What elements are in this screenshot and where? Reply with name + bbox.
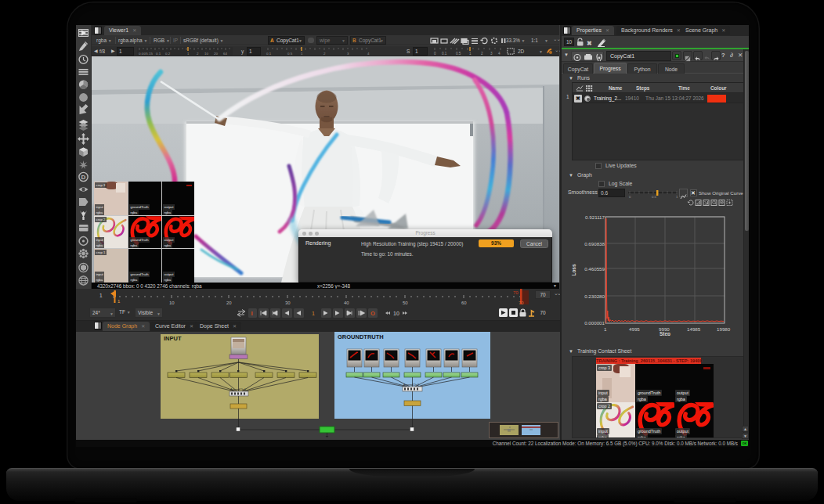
svg-text:0.230280: 0.230280: [584, 293, 605, 299]
svg-text:4: 4: [367, 52, 370, 56]
svg-text:INPUT: INPUT: [164, 335, 182, 342]
svg-text:AppendClip2: AppendClip2: [403, 383, 419, 387]
svg-text:10: 10: [169, 301, 175, 305]
svg-text:64: 64: [223, 52, 227, 56]
svg-text:0.921117: 0.921117: [585, 214, 605, 220]
svg-text:4995: 4995: [629, 326, 640, 332]
svg-text:0.2: 0.2: [165, 52, 171, 56]
svg-text:0.0 0 5.15: 0.0 0 5.15: [139, 52, 153, 56]
svg-text:10: 10: [204, 52, 208, 56]
svg-text:0.1: 0.1: [156, 52, 161, 56]
svg-text:✖: ✖: [587, 40, 592, 47]
svg-text:2: 2: [323, 52, 326, 56]
svg-text:2: 2: [481, 52, 483, 56]
svg-text:Loss: Loss: [571, 264, 576, 275]
svg-text:30: 30: [285, 301, 291, 305]
svg-text:70: 70: [513, 290, 519, 295]
svg-text:4: 4: [498, 52, 501, 56]
svg-text:0.5: 0.5: [652, 195, 657, 199]
svg-text:3: 3: [490, 52, 493, 56]
svg-text:I: I: [251, 310, 253, 317]
svg-text:60: 60: [461, 301, 467, 305]
svg-text:0.1: 0.1: [442, 52, 447, 56]
svg-text:50: 50: [403, 301, 408, 305]
svg-text:0.1: 0.1: [266, 52, 272, 56]
svg-text:70: 70: [519, 301, 524, 305]
svg-text:0: 0: [434, 52, 436, 56]
svg-text:1: 1: [312, 311, 315, 316]
svg-text:O: O: [370, 310, 375, 317]
svg-text:D: D: [81, 174, 86, 181]
svg-text:19980: 19980: [717, 326, 731, 332]
svg-text:0.5: 0.5: [456, 52, 461, 56]
svg-text:0.460559: 0.460559: [584, 266, 605, 272]
svg-text:1: 1: [469, 52, 472, 56]
svg-text:GROUNDTRUTH: GROUNDTRUTH: [338, 333, 384, 340]
svg-text:AppendClip1: AppendClip1: [230, 388, 246, 391]
svg-text:1: 1: [676, 195, 678, 199]
svg-text:20: 20: [214, 52, 218, 56]
svg-text:0.000001: 0.000001: [584, 320, 605, 326]
svg-text:1: 1: [301, 52, 303, 56]
svg-text:0: 0: [629, 195, 631, 199]
svg-text:0.5: 0.5: [287, 52, 293, 56]
svg-text:40: 40: [344, 301, 349, 305]
svg-text:20: 20: [226, 301, 232, 305]
svg-text:Step: Step: [660, 331, 670, 336]
svg-text:0.690838: 0.690838: [584, 241, 605, 247]
svg-text:1: 1: [604, 326, 607, 332]
svg-text:14985: 14985: [687, 326, 701, 332]
svg-text:3: 3: [347, 52, 349, 56]
svg-text:10: 10: [393, 311, 399, 316]
